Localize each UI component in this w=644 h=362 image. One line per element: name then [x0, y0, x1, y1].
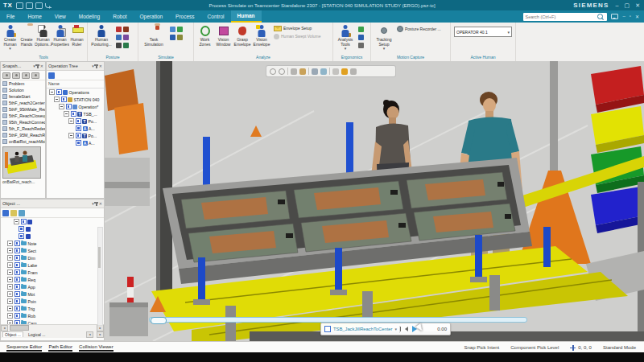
pointer-icon[interactable] — [350, 68, 357, 75]
pin-icon[interactable] — [37, 64, 39, 68]
snapshot-item[interactable]: 5thF_95M_ReachRe... — [1, 132, 45, 138]
expander-icon[interactable] — [7, 298, 13, 304]
check-icon[interactable] — [14, 277, 20, 282]
new-document-icon[interactable] — [16, 2, 23, 9]
open-icon[interactable] — [26, 2, 33, 9]
check-icon[interactable] — [21, 219, 27, 224]
save-icon[interactable] — [35, 2, 43, 9]
menu-robot[interactable]: Robot — [106, 10, 133, 23]
gray-box-left[interactable] — [109, 302, 148, 336]
menu-operation[interactable]: Operation — [134, 10, 170, 23]
delete-snapshot-icon[interactable] — [22, 72, 30, 79]
check-icon[interactable] — [19, 233, 24, 239]
display-mode-icon[interactable] — [312, 68, 318, 75]
snapshot-item[interactable]: 5thF_reach2Center — [1, 100, 45, 106]
menu-file[interactable]: File — [0, 10, 21, 23]
sync-icon[interactable] — [2, 210, 9, 216]
select-icon[interactable] — [332, 68, 339, 75]
snapshot-thumbnail[interactable] — [2, 146, 41, 179]
expander-icon[interactable] — [7, 248, 13, 253]
analysis-tools-button[interactable]: Analysis Tools▾ — [335, 24, 356, 51]
menu-view[interactable]: View — [48, 10, 72, 23]
tree-row[interactable]: Req — [1, 276, 104, 283]
tree-row[interactable]: Sect — [1, 247, 104, 254]
minimize-button[interactable]: – — [616, 2, 619, 9]
mode-status[interactable]: Standard Mode — [603, 345, 636, 350]
expander-icon[interactable] — [7, 262, 13, 268]
check-icon[interactable] — [76, 118, 81, 124]
check-icon[interactable] — [66, 104, 72, 109]
create-hands-button[interactable]: Create Hands — [19, 24, 35, 47]
refresh-snapshot-icon[interactable] — [31, 72, 39, 79]
tree-row[interactable]: Fram — [1, 269, 104, 276]
tree-row[interactable]: Poin — [1, 298, 104, 305]
timeline-thumb[interactable] — [151, 317, 167, 324]
check-icon[interactable] — [14, 298, 20, 304]
search-icon[interactable] — [597, 14, 603, 19]
scrollbar-thumb[interactable] — [98, 247, 101, 268]
tab-scroll-left-icon[interactable]: ◂ — [86, 331, 93, 338]
expander-icon[interactable] — [54, 97, 60, 102]
human-posturing-button[interactable]: Human Posturing... — [89, 24, 114, 47]
expander-icon[interactable] — [68, 133, 74, 138]
expander-icon[interactable] — [7, 320, 13, 324]
close-icon[interactable]: ✕ — [99, 202, 102, 206]
expander-icon[interactable] — [7, 277, 13, 282]
pin-icon[interactable] — [96, 202, 97, 206]
tab-scroll-right-icon[interactable]: ▸ — [97, 331, 104, 338]
snap-pick-intent-status[interactable]: Snap Pick Intent — [464, 345, 500, 350]
simulate-small-icon-2[interactable] — [177, 27, 183, 32]
timeline-track[interactable] — [149, 317, 527, 323]
check-icon[interactable] — [14, 248, 20, 253]
tree-filter-icon[interactable] — [48, 72, 55, 79]
expander-icon[interactable] — [7, 269, 13, 275]
check-icon[interactable] — [14, 284, 20, 290]
expander-icon[interactable] — [7, 284, 13, 290]
pick-level-status[interactable]: Component Pick Level — [510, 345, 559, 350]
jump-to-start-icon[interactable] — [402, 327, 408, 331]
check-icon[interactable] — [56, 89, 62, 95]
scrollbar-thumb[interactable] — [10, 325, 29, 331]
folder-icon[interactable] — [10, 210, 17, 216]
grasp-envelope-button[interactable]: Grasp Envelope — [233, 24, 252, 47]
active-human-dropdown[interactable]: OPERATOR 40.1 ▾ — [454, 27, 512, 37]
tree-row[interactable]: Operations — [47, 88, 104, 96]
edit-snapshot-icon[interactable] — [12, 72, 20, 79]
expander-icon[interactable] — [14, 219, 19, 224]
check-icon[interactable] — [71, 111, 76, 117]
human-ruler-button[interactable]: Human Ruler — [68, 24, 85, 47]
viewport-toolbar[interactable] — [266, 65, 396, 77]
expander-icon[interactable] — [7, 241, 13, 246]
menu-human[interactable]: Human — [231, 10, 262, 23]
chevron-down-icon[interactable]: ▾ — [394, 327, 397, 331]
posture-small-icon-3[interactable] — [116, 35, 122, 40]
tracking-setup-button[interactable]: Tracking Setup▾ — [373, 24, 395, 51]
check-icon[interactable] — [14, 320, 20, 324]
tree-row[interactable] — [1, 232, 104, 240]
snapshot-item[interactable]: Problem — [1, 80, 45, 87]
expander-icon[interactable] — [7, 313, 13, 319]
expander-icon[interactable] — [7, 306, 13, 311]
tree-row[interactable]: Trig — [1, 305, 104, 312]
snapshot-item[interactable]: femaleStart — [1, 93, 45, 100]
posture-small-icon-4[interactable] — [123, 35, 129, 40]
posture-recorder-button[interactable]: Posture Recorder ... — [395, 24, 443, 34]
tree-row[interactable]: Labe — [1, 261, 104, 269]
check-icon[interactable] — [14, 291, 20, 297]
human-properties-button[interactable]: Human Properties — [52, 24, 68, 47]
check-icon[interactable] — [19, 226, 24, 232]
menu-home[interactable]: Home — [21, 10, 47, 23]
simulate-small-icon-4[interactable] — [177, 35, 183, 40]
ribbon-minimize-icon[interactable]: – — [622, 14, 625, 19]
menu-control[interactable]: Control — [201, 10, 231, 23]
human-swept-volume-button[interactable]: Human Swept Volume — [274, 32, 320, 40]
tree-row[interactable]: Note — [1, 240, 104, 247]
posture-small-icon-1[interactable] — [116, 27, 122, 32]
close-icon[interactable]: ✕ — [99, 64, 102, 68]
ribbon-close-icon[interactable]: ✕ — [635, 14, 639, 19]
menu-modeling[interactable]: Modeling — [72, 10, 106, 23]
dark-pillar[interactable] — [160, 61, 172, 307]
tree-row[interactable]: STATION 040 — [47, 96, 104, 103]
restore-button[interactable]: ▢ — [625, 2, 630, 9]
task-simulation-builder-button[interactable]: Task Simulation Builder — [140, 24, 167, 47]
